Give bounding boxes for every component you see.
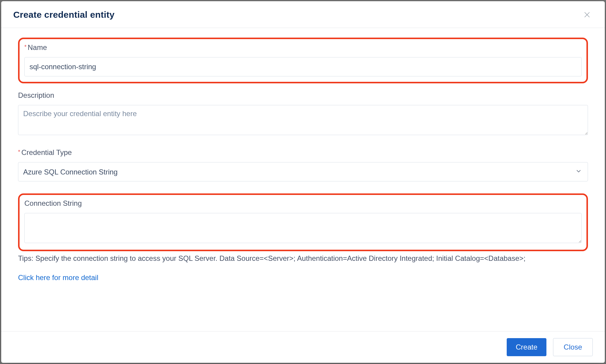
- modal-footer: Create Close: [1, 331, 605, 363]
- description-label-text: Description: [18, 91, 54, 100]
- name-input[interactable]: [24, 57, 582, 76]
- more-detail-link[interactable]: Click here for more detail: [18, 273, 98, 282]
- required-asterisk: *: [24, 44, 26, 50]
- close-button[interactable]: Close: [553, 338, 593, 356]
- tips-text: Tips: Specify the connection string to a…: [18, 253, 588, 264]
- credential-type-field: * Credential Type Azure SQL Connection S…: [18, 148, 588, 181]
- description-input[interactable]: [18, 105, 588, 135]
- description-field: Description: [18, 91, 588, 136]
- modal-title: Create credential entity: [13, 10, 115, 20]
- connection-string-input[interactable]: [24, 213, 582, 243]
- connection-string-highlight-box: Connection String: [18, 193, 588, 251]
- create-button[interactable]: Create: [507, 338, 546, 356]
- modal-header: Create credential entity: [1, 1, 605, 28]
- create-credential-modal: Create credential entity * Name Descript…: [1, 1, 605, 363]
- modal-body: * Name Description * Credential Type Azu…: [1, 28, 605, 331]
- name-label-text: Name: [28, 43, 47, 52]
- connection-string-label: Connection String: [24, 199, 582, 208]
- name-highlight-box: * Name: [18, 38, 588, 83]
- required-asterisk: *: [18, 149, 20, 155]
- connection-string-label-text: Connection String: [24, 199, 82, 208]
- credential-type-select[interactable]: Azure SQL Connection String: [18, 162, 588, 181]
- description-label: Description: [18, 91, 588, 100]
- credential-type-label-text: Credential Type: [21, 148, 72, 157]
- credential-type-select-wrap: Azure SQL Connection String: [18, 162, 588, 181]
- close-icon[interactable]: [581, 9, 593, 20]
- credential-type-label: * Credential Type: [18, 148, 588, 157]
- name-label: * Name: [24, 43, 582, 52]
